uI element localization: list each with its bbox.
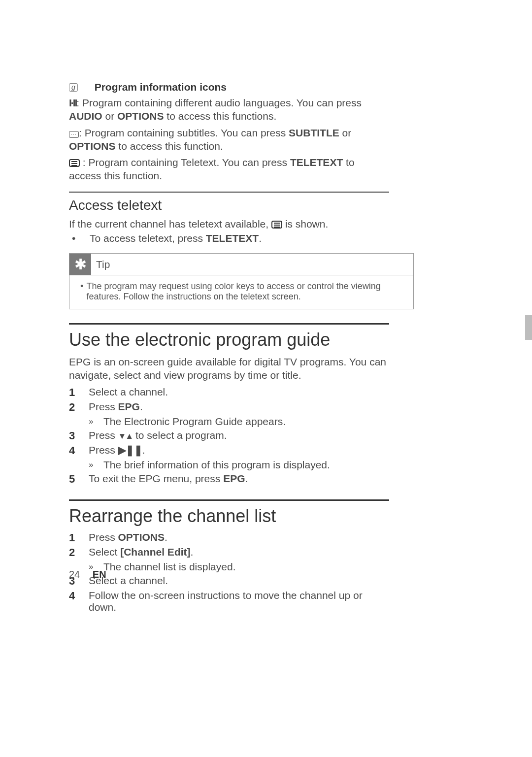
- subtitle-btn-1: SUBTITLE: [289, 127, 339, 138]
- audio-info-line: I·II: Program containing different audio…: [69, 96, 389, 123]
- s3b: to select a program.: [133, 429, 227, 441]
- subtitle-text-1: : Program containing subtitles. You can …: [79, 127, 289, 138]
- r1a: Press: [89, 531, 118, 543]
- r2b: [Channel Edit]: [120, 546, 190, 558]
- step-number: 2: [69, 546, 89, 559]
- step-text: Select a channel.: [89, 386, 389, 399]
- audio-btn-1: AUDIO: [69, 110, 102, 122]
- step-number: 4: [69, 590, 89, 613]
- step-text: Select a channel.: [89, 575, 389, 588]
- result-arrow-icon: »: [89, 459, 103, 471]
- audio-text-1: : Program containing different audio lan…: [76, 97, 362, 108]
- side-tab-marker: [525, 315, 532, 340]
- epg-step-2: 2 Press EPG.: [69, 401, 389, 414]
- teletext-info-line: : Program containing Teletext. You can p…: [69, 156, 389, 183]
- language-code: EN: [93, 569, 106, 580]
- s2a: Press: [89, 401, 118, 412]
- audio-or: or: [102, 110, 117, 122]
- page-number: 24: [69, 569, 80, 580]
- tip-bullet-dot: •: [80, 281, 86, 302]
- rearrange-step-1: 1 Press OPTIONS.: [69, 531, 389, 544]
- at-bullet-text: To access teletext, press TELETEXT.: [90, 232, 262, 244]
- teletext-text-1: : Program containing Teletext. You can p…: [80, 157, 290, 168]
- tip-box: ✱ Tip • The program may request using co…: [69, 253, 414, 309]
- sub-text: The Electronic Program Guide appears.: [103, 416, 286, 428]
- s2b: EPG: [118, 401, 140, 412]
- r1c: .: [165, 531, 167, 543]
- teletext-icon: [271, 221, 282, 229]
- step-text: Press ▶❚❚.: [89, 444, 389, 457]
- at-bullet-b: TELETEXT: [206, 232, 259, 244]
- step-text: Press EPG.: [89, 401, 389, 414]
- s5a: To exit the EPG menu, press: [89, 473, 223, 484]
- audio-btn-2: OPTIONS: [117, 110, 164, 122]
- audio-language-icon: I·II: [69, 97, 76, 108]
- divider: [69, 192, 389, 193]
- step-number: 1: [69, 531, 89, 544]
- step-text: Select [Channel Edit].: [89, 546, 389, 559]
- epg-intro: EPG is an on-screen guide available for …: [69, 355, 389, 382]
- epg-step-3: 3 Press ▼▲ to select a program.: [69, 429, 389, 442]
- step-number: 2: [69, 401, 89, 414]
- access-teletext-bullet: • To access teletext, press TELETEXT.: [72, 232, 389, 244]
- bullet-dot: •: [72, 232, 90, 244]
- section-g-heading: g Program information icons: [69, 81, 389, 93]
- rearrange-step-2: 2 Select [Channel Edit].: [69, 546, 389, 559]
- play-pause-icon: ▶❚❚: [118, 444, 142, 456]
- r1b: OPTIONS: [118, 531, 165, 543]
- s5b: EPG: [223, 473, 245, 484]
- step-text: Press ▼▲ to select a program.: [89, 429, 389, 442]
- audio-text-2: to access this functions.: [164, 110, 277, 122]
- down-up-arrow-icon: ▼▲: [118, 431, 133, 441]
- rearrange-heading: Rearrange the channel list: [69, 506, 389, 527]
- subtitle-or: or: [339, 127, 352, 138]
- rearrange-step-3: 3 Select a channel.: [69, 575, 389, 588]
- teletext-icon: [69, 159, 80, 167]
- rearrange-steps: 1 Press OPTIONS. 2 Select [Channel Edit]…: [69, 531, 389, 613]
- page-content: g Program information icons I·II: Progra…: [69, 81, 389, 615]
- step-text: Follow the on-screen instructions to mov…: [89, 590, 389, 613]
- s2c: .: [140, 401, 143, 412]
- at-bullet-c: .: [259, 232, 262, 244]
- at-line1-b: is shown.: [282, 218, 328, 230]
- epg-step-4-sub: » The brief information of this program …: [89, 459, 389, 471]
- section-g-title: Program information icons: [95, 81, 227, 93]
- epg-heading: Use the electronic program guide: [69, 329, 389, 350]
- section-marker-g: g: [69, 83, 78, 92]
- access-teletext-line1: If the current channel has teletext avai…: [69, 217, 389, 230]
- subtitle-text-2: to access this function.: [116, 140, 223, 152]
- sub-text: The brief information of this program is…: [103, 459, 330, 471]
- r2c: .: [191, 546, 194, 558]
- subtitle-icon: ···: [69, 131, 79, 138]
- tip-text: The program may request using color keys…: [86, 281, 404, 302]
- sub-text: The channel list is displayed.: [103, 561, 235, 573]
- subtitle-btn-2: OPTIONS: [69, 140, 116, 152]
- rearrange-step-4: 4 Follow the on-screen instructions to m…: [69, 590, 389, 613]
- at-line1-a: If the current channel has teletext avai…: [69, 218, 271, 230]
- result-arrow-icon: »: [89, 416, 103, 428]
- divider: [69, 499, 389, 501]
- subtitle-info-line: ···: Program containing subtitles. You c…: [69, 126, 389, 153]
- tip-label: Tip: [96, 259, 110, 270]
- step-number: 3: [69, 429, 89, 442]
- at-bullet-a: To access teletext, press: [90, 232, 206, 244]
- epg-step-5: 5 To exit the EPG menu, press EPG.: [69, 473, 389, 486]
- divider: [69, 323, 389, 325]
- s5c: .: [245, 473, 248, 484]
- step-text: Press OPTIONS.: [89, 531, 389, 544]
- access-teletext-heading: Access teletext: [69, 197, 389, 213]
- rearrange-step-2-sub: » The channel list is displayed.: [89, 561, 389, 573]
- step-number: 4: [69, 444, 89, 457]
- s4a: Press: [89, 444, 118, 456]
- step-text: To exit the EPG menu, press EPG.: [89, 473, 389, 486]
- step-number: 1: [69, 386, 89, 399]
- epg-steps: 1 Select a channel. 2 Press EPG. » The E…: [69, 386, 389, 486]
- page-footer: 24 EN: [69, 569, 106, 580]
- epg-step-4: 4 Press ▶❚❚.: [69, 444, 389, 457]
- s3a: Press: [89, 429, 118, 441]
- r2a: Select: [89, 546, 120, 558]
- step-number: 5: [69, 473, 89, 486]
- s4b: .: [142, 444, 145, 456]
- epg-step-2-sub: » The Electronic Program Guide appears.: [89, 416, 389, 428]
- tip-body: • The program may request using color ke…: [69, 275, 413, 309]
